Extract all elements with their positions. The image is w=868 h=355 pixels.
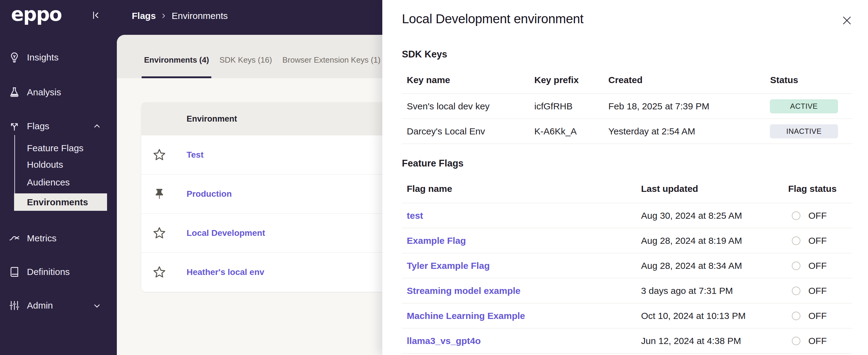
chevron-right-icon bbox=[161, 13, 167, 19]
sidebar-item-label: Insights bbox=[27, 52, 58, 63]
column-key-prefix: Key prefix bbox=[534, 75, 579, 85]
flag-row: test Aug 30, 2024 at 8:25 AM OFF bbox=[402, 203, 852, 228]
breadcrumb: Flags Environments bbox=[132, 0, 228, 32]
sdk-key-row: Darcey's Local Env K-A6Kk_A Yesterday at… bbox=[402, 119, 852, 144]
flag-row: Streaming model example 3 days ago at 7:… bbox=[402, 278, 852, 304]
flag-status-label: OFF bbox=[808, 260, 827, 271]
sidebar: eppo Insights Analysis bbox=[0, 0, 117, 355]
sidebar-item-environments[interactable]: Environments bbox=[14, 193, 107, 211]
sidebar-item-label: Feature Flags bbox=[27, 143, 84, 153]
sidebar-item-label: Definitions bbox=[27, 267, 70, 277]
column-key-name: Key name bbox=[407, 75, 450, 85]
nav-tree-line bbox=[14, 135, 15, 193]
flag-last-updated: Aug 28, 2024 at 8:34 AM bbox=[641, 260, 742, 271]
sidebar-item-label: Environments bbox=[27, 197, 88, 207]
breadcrumb-flags[interactable]: Flags bbox=[132, 11, 156, 21]
column-flag-status: Flag status bbox=[788, 184, 837, 194]
topbar: Flags Environments bbox=[117, 0, 382, 35]
sidebar-item-feature-flags[interactable]: Feature Flags bbox=[27, 141, 84, 155]
eppo-logo: eppo bbox=[11, 4, 61, 25]
sdk-key-name: Darcey's Local Env bbox=[407, 126, 485, 137]
environment-link[interactable]: Heather's local env bbox=[187, 267, 264, 277]
flag-status-label: OFF bbox=[808, 236, 827, 246]
sdk-key-prefix: icfGfRHB bbox=[534, 101, 572, 111]
collapse-sidebar-icon[interactable] bbox=[91, 10, 101, 21]
drawer-title: Local Development environment bbox=[402, 11, 584, 27]
flask-icon bbox=[8, 86, 20, 98]
breadcrumb-environments: Environments bbox=[172, 11, 227, 21]
flag-status-label: OFF bbox=[808, 211, 827, 221]
column-status: Status bbox=[770, 75, 798, 85]
close-icon[interactable] bbox=[842, 15, 852, 26]
flag-link[interactable]: Tyler Example Flag bbox=[407, 260, 490, 271]
tab-sdk-keys[interactable]: SDK Keys (16) bbox=[219, 41, 272, 78]
flag-last-updated: Aug 28, 2024 at 8:19 AM bbox=[641, 236, 742, 246]
sliders-icon bbox=[8, 300, 20, 311]
sidebar-item-label: Analysis bbox=[27, 87, 61, 98]
column-flag-name: Flag name bbox=[407, 184, 452, 194]
environment-link[interactable]: Local Development bbox=[187, 228, 265, 238]
sdk-keys-heading: SDK Keys bbox=[402, 49, 852, 60]
status-badge-inactive: INACTIVE bbox=[770, 125, 838, 138]
feature-flags-heading: Feature Flags bbox=[402, 158, 852, 169]
sidebar-item-audiences[interactable]: Audiences bbox=[27, 175, 70, 190]
sidebar-item-label: Audiences bbox=[27, 177, 70, 187]
flag-last-updated: 3 days ago at 7:31 PM bbox=[641, 286, 733, 296]
flag-last-updated: Jun 12, 2024 at 4:38 PM bbox=[641, 336, 741, 346]
star-icon[interactable] bbox=[152, 226, 166, 240]
column-created: Created bbox=[608, 75, 643, 85]
environment-link[interactable]: Test bbox=[187, 150, 204, 160]
sdk-key-created: Feb 18, 2025 at 7:39 PM bbox=[608, 101, 709, 111]
sidebar-item-label: Admin bbox=[27, 300, 53, 311]
sdk-key-name: Sven's local dev key bbox=[407, 101, 490, 111]
flag-link[interactable]: llama3_vs_gpt4o bbox=[407, 336, 481, 346]
sidebar-item-definitions[interactable]: Definitions bbox=[0, 264, 117, 279]
flag-status-label: OFF bbox=[808, 336, 827, 346]
tab-environments[interactable]: Environments (4) bbox=[144, 41, 209, 78]
book-icon bbox=[8, 266, 20, 278]
flag-toggle[interactable] bbox=[792, 261, 800, 270]
sdk-key-created: Yesterday at 2:54 AM bbox=[608, 126, 695, 137]
flag-link[interactable]: Machine Learning Example bbox=[407, 311, 525, 321]
flag-link[interactable]: Example Flag bbox=[407, 236, 466, 246]
star-icon[interactable] bbox=[152, 148, 166, 162]
trend-lines-icon bbox=[8, 233, 20, 244]
flag-last-updated: Aug 30, 2024 at 8:25 AM bbox=[641, 211, 742, 221]
sdk-key-row: Sven's local dev key icfGfRHB Feb 18, 20… bbox=[402, 94, 852, 119]
sidebar-item-metrics[interactable]: Metrics bbox=[0, 231, 117, 246]
flag-link[interactable]: Streaming model example bbox=[407, 286, 521, 296]
flag-status-label: OFF bbox=[808, 286, 827, 296]
flag-row: Tyler Example Flag Aug 28, 2024 at 8:34 … bbox=[402, 253, 852, 278]
column-environment: Environment bbox=[187, 114, 237, 123]
sdk-keys-table-header: Key name Key prefix Created Status bbox=[402, 75, 852, 85]
split-arrows-icon bbox=[8, 120, 20, 132]
status-badge-active: ACTIVE bbox=[770, 99, 838, 113]
sidebar-item-insights[interactable]: Insights bbox=[0, 50, 117, 65]
chevron-down-icon[interactable] bbox=[93, 302, 101, 310]
chevron-up-icon[interactable] bbox=[93, 122, 101, 130]
flag-toggle[interactable] bbox=[792, 237, 800, 245]
sidebar-item-analysis[interactable]: Analysis bbox=[0, 85, 117, 100]
environment-link[interactable]: Production bbox=[187, 189, 232, 199]
sidebar-item-holdouts[interactable]: Holdouts bbox=[27, 157, 63, 172]
flag-row: Machine Learning Example Oct 10, 2024 at… bbox=[402, 304, 852, 328]
pin-icon[interactable] bbox=[152, 187, 166, 201]
flag-toggle[interactable] bbox=[792, 211, 800, 220]
sidebar-item-label: Holdouts bbox=[27, 159, 63, 170]
column-last-updated: Last updated bbox=[641, 184, 698, 194]
lightbulb-icon bbox=[8, 51, 20, 63]
feature-flags-table-header: Flag name Last updated Flag status bbox=[402, 183, 852, 194]
sidebar-item-label: Flags bbox=[27, 121, 49, 131]
flag-status-label: OFF bbox=[808, 311, 827, 321]
sidebar-item-label: Metrics bbox=[27, 233, 57, 244]
flag-toggle[interactable] bbox=[792, 312, 800, 320]
environment-detail-drawer: Local Development environment SDK Keys K… bbox=[382, 0, 868, 355]
flag-link[interactable]: test bbox=[407, 211, 423, 221]
sdk-key-prefix: K-A6Kk_A bbox=[534, 126, 577, 137]
flag-toggle[interactable] bbox=[792, 337, 800, 345]
flag-row: Example Flag Aug 28, 2024 at 8:19 AM OFF bbox=[402, 228, 852, 253]
flag-row: llama3_vs_gpt4o Jun 12, 2024 at 4:38 PM … bbox=[402, 328, 852, 353]
star-icon[interactable] bbox=[152, 265, 166, 279]
flag-toggle[interactable] bbox=[792, 287, 800, 295]
tab-browser-extension-keys[interactable]: Browser Extension Keys (1) bbox=[282, 41, 380, 78]
